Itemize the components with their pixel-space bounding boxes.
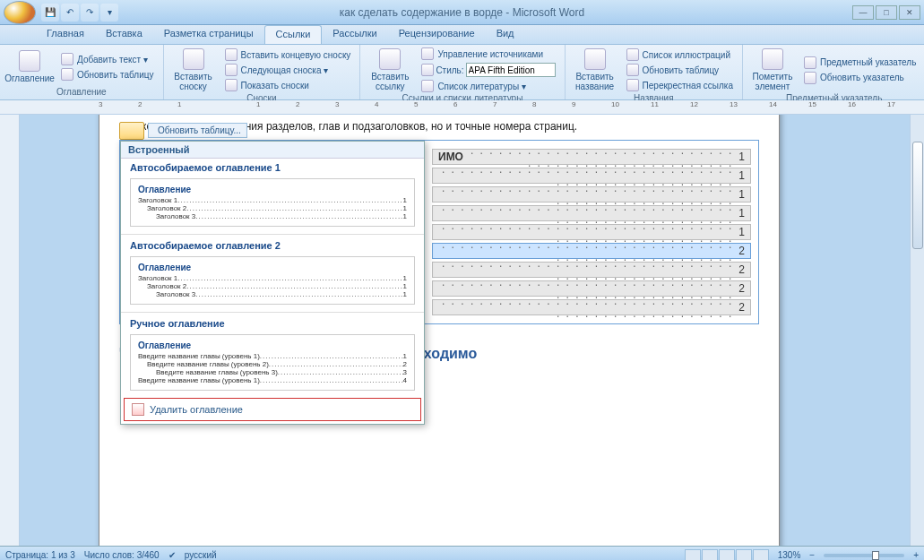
draft-view[interactable] [753,549,769,561]
insert-index-button[interactable]: Предметный указатель [800,56,920,70]
window-title: как сделать содержание в ворде - Microso… [340,6,584,19]
update-toc-button[interactable]: Обновить таблицу [57,67,158,82]
ribbon: Оглавление Добавить текст ▾ Обновить таб… [0,45,924,100]
gallery-preview[interactable]: ОглавлениеЗаголовок 1...................… [130,256,415,305]
vertical-scrollbar[interactable] [910,115,924,546]
group-toc: Оглавление Добавить текст ▾ Обновить таб… [0,45,164,99]
page-indicator[interactable]: Страница: 1 из 3 [5,550,75,560]
scroll-region[interactable]: только актуальные названия разделов, гла… [20,115,924,546]
horizontal-ruler[interactable]: 3211234567891011121314151617 [0,100,924,115]
tab-Вид[interactable]: Вид [486,25,525,44]
zoom-slider[interactable] [824,554,904,557]
toc-icon [19,50,40,72]
outline-view[interactable] [736,549,752,561]
mark-entry-icon [762,48,783,70]
toc-handle: Обновить таблицу... [119,121,247,141]
mark-entry-button[interactable]: Пометить элемент [748,47,797,93]
insert-endnote-button[interactable]: Вставить концевую сноску [221,47,355,62]
toc-update-button[interactable]: Обновить таблицу... [148,123,247,138]
gallery-item-title[interactable]: Автособираемое оглавление 2 [121,237,424,253]
vertical-ruler[interactable] [0,115,20,546]
citation-icon [379,48,401,70]
tab-Вставка[interactable]: Вставка [95,25,153,44]
gallery-preview[interactable]: ОглавлениеЗаголовок 1...................… [130,178,415,227]
citation-style-combo[interactable]: Стиль: [418,62,558,78]
caption-icon [584,48,606,70]
tab-Ссылки[interactable]: Ссылки [264,25,323,44]
web-layout-view[interactable] [719,549,735,561]
add-text-icon [61,53,73,65]
zoom-thumb[interactable] [872,551,879,560]
group-citations: Вставить ссылку Управление источниками С… [360,45,565,99]
group-footnotes: Вставить сноску Вставить концевую сноску… [164,45,361,99]
qat-customize-icon[interactable]: ▾ [100,4,118,22]
show-footnotes-button[interactable]: Показать сноски [221,78,355,92]
insert-citation-button[interactable]: Вставить ссылку [366,47,414,93]
toc-button[interactable]: Оглавление [5,47,54,87]
footnote-icon [183,48,204,70]
remove-icon [132,403,144,416]
status-bar: Страница: 1 из 3 Число слов: 3/460 ✔ рус… [0,546,924,560]
word-count[interactable]: Число слов: 3/460 [84,550,160,560]
gallery-item-title[interactable]: Ручное оглавление [121,314,424,331]
zoom-level[interactable]: 130% [778,550,801,560]
toc-field[interactable]: Обновить таблицу... Встроенный Автособир… [119,140,759,324]
language-indicator[interactable]: русский [185,550,217,560]
title-bar: 💾 ↶ ↷ ▾ как сделать содержание в ворде -… [0,0,924,25]
full-screen-view[interactable] [702,549,718,561]
manage-sources-button[interactable]: Управление источниками [418,47,558,61]
update-index-button[interactable]: Обновить указатель [800,71,920,85]
quick-access-toolbar: 💾 ↶ ↷ ▾ [41,4,118,22]
maximize-button[interactable]: □ [876,5,897,20]
tab-Главная[interactable]: Главная [36,25,95,44]
tab-Рассылки[interactable]: Рассылки [322,25,387,44]
update-figures-button[interactable]: Обновить таблицу [623,63,737,77]
table-of-figures-button[interactable]: Список иллюстраций [623,47,737,62]
minimize-button[interactable]: — [852,5,874,20]
undo-icon[interactable]: ↶ [61,4,79,22]
office-button[interactable] [4,1,36,24]
toc-entry[interactable]: . . . . . . . . . . . . . . . . . . . . … [432,299,751,315]
proofing-icon[interactable]: ✔ [168,550,176,560]
tab-Разметка страницы[interactable]: Разметка страницы [153,25,264,44]
toc-gallery-dropdown: Встроенный Автособираемое оглавление 1Ог… [120,141,425,425]
gallery-item-title[interactable]: Автособираемое оглавление 1 [121,159,424,175]
scrollbar-thumb[interactable] [912,142,923,249]
update-icon [61,68,73,81]
group-captions: Вставить название Список иллюстраций Обн… [566,45,743,99]
document-area: только актуальные названия разделов, гла… [0,115,924,546]
document-page[interactable]: только актуальные названия разделов, гла… [99,115,780,546]
insert-footnote-button[interactable]: Вставить сноску [169,47,218,93]
view-buttons [685,549,769,561]
zoom-out-button[interactable]: − [809,550,815,560]
print-layout-view[interactable] [685,549,701,561]
cross-reference-button[interactable]: Перекрестная ссылка [623,78,737,92]
zoom-in-button[interactable]: + [913,550,919,560]
add-text-button[interactable]: Добавить текст ▾ [57,52,158,66]
gallery-preview[interactable]: ОглавлениеВведите название главы (уровен… [130,334,415,391]
next-footnote-button[interactable]: Следующая сноска ▾ [221,63,355,77]
toc-menu-button[interactable] [119,122,144,140]
remove-toc-item[interactable]: Удалить оглавление [124,398,421,421]
redo-icon[interactable]: ↷ [81,4,99,22]
close-button[interactable]: ✕ [899,5,920,20]
save-icon[interactable]: 💾 [41,4,59,22]
toc-entries: ИМО. . . . . . . . . . . . . . . . . . .… [425,141,758,323]
insert-caption-button[interactable]: Вставить название [571,47,619,93]
tab-Рецензирование[interactable]: Рецензирование [388,25,486,44]
gallery-header: Встроенный [121,142,424,159]
bibliography-button[interactable]: Список литературы ▾ [418,79,558,93]
citation-style-input[interactable] [466,63,556,77]
ribbon-tabs: ГлавнаяВставкаРазметка страницыСсылкиРас… [0,25,924,45]
group-index: Пометить элемент Предметный указатель Об… [743,45,924,99]
